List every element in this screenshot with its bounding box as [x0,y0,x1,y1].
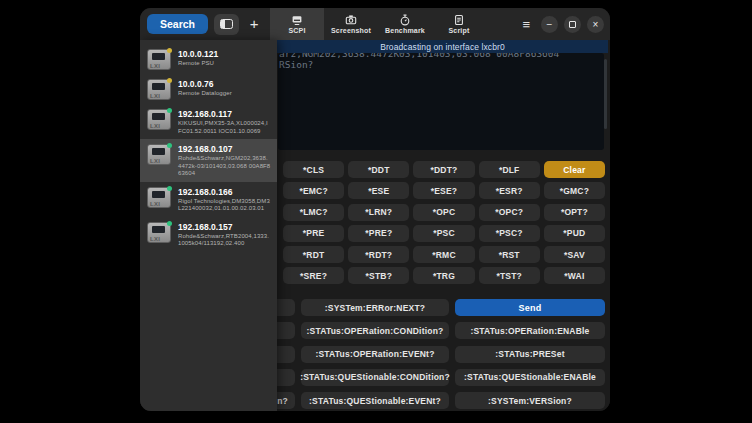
instrument-description: Rohde&Schwarz,RTB2004,1333.1005k04/11319… [178,233,271,248]
instrument-description: Rohde&Schwarz,NGM202,3638.4472k-03/10140… [178,155,271,178]
view-switcher: SCPI Screenshot [270,8,486,40]
status-led [167,143,172,148]
scpi-command-button[interactable]: *PRE [283,225,344,242]
instrument-list-item[interactable]: LXI 192.168.0.157 Rohde&Schwarz,RTB2004,… [140,217,277,252]
scpi-command-button[interactable]: *RDT [283,246,344,263]
scpi-command-button[interactable]: *STB? [348,267,409,284]
instrument-address: 10.0.0.76 [178,79,271,89]
tab-script[interactable]: Script [432,8,486,40]
scpi-command-button[interactable]: *OPC [413,204,474,221]
status-led [167,186,172,191]
send-button[interactable]: Send [455,299,605,316]
tab-benchmark[interactable]: Benchmark [378,8,432,40]
lxi-device-icon: LXI [147,49,171,70]
scpi-command-button[interactable]: *ESE? [413,182,474,199]
sidebar-toggle-button[interactable] [214,14,239,35]
scpi-command-grid: *CLS *DDT *DDT? *DLF Clear *EMC? *ESE *E… [283,161,605,284]
status-command-button[interactable]: :STATus:PRESet [455,346,605,363]
status-command-grid: :SYSTem:ERRor:NEXT? Send :STATus:OPERati… [240,299,605,409]
scpi-command-button[interactable]: *ESR? [479,182,540,199]
device-screen [152,113,165,120]
lxi-badge: LXI [150,123,160,129]
scpi-command-button[interactable]: *OPC? [479,204,540,221]
lxi-device-icon: LXI [147,187,171,208]
maximize-button[interactable] [564,16,581,33]
scpi-command-button[interactable]: *PUD [544,225,605,242]
scpi-response-view[interactable]: arz,NGM202,3638.4472K03,101403,03.068 00… [278,53,604,150]
broadcast-banner-text: Broadcasting on interface lxcbr0 [380,42,505,52]
add-instrument-button[interactable]: + [245,15,263,33]
scpi-command-button[interactable]: *RDT? [348,246,409,263]
instrument-list-item[interactable]: LXI 10.0.0.76 Remote Datalogger [140,74,277,104]
close-icon: × [593,16,599,33]
status-command-button[interactable]: :SYSTem:VERSion? [455,392,605,409]
instrument-list-item[interactable]: LXI 192.168.0.117 KIKUSUI,PMX35-3A,XL000… [140,104,277,139]
status-led [167,108,172,113]
header-right-group: ≡ − × [522,8,604,40]
scpi-command-button[interactable]: *PSC [413,225,474,242]
scpi-command-button[interactable]: *TRG [413,267,474,284]
lxi-badge: LXI [150,93,160,99]
console-scrollbar[interactable] [604,59,607,129]
status-led [167,78,172,83]
tab-screenshot[interactable]: Screenshot [324,8,378,40]
scpi-command-button[interactable]: *PRE? [348,225,409,242]
status-command-button[interactable]: :STATus:OPERation:EVENt? [301,346,449,363]
device-screen [152,191,165,198]
clear-button[interactable]: Clear [544,161,605,178]
scpi-command-button[interactable]: *DLF [479,161,540,178]
status-command-button[interactable]: :STATus:QUEStionable:ENABle [455,369,605,386]
device-screen [152,53,165,60]
response-line: RSion? [279,59,604,70]
status-command-button[interactable]: :STATus:QUEStionable:CONDition? [301,369,449,386]
minimize-button[interactable]: − [541,16,558,33]
scpi-command-button[interactable]: *GMC? [544,182,605,199]
scpi-command-button[interactable]: *WAI [544,267,605,284]
instrument-address: 10.0.0.121 [178,49,271,59]
lxi-device-icon: LXI [147,109,171,130]
split-view-icon [220,19,233,29]
instrument-address: 192.168.0.117 [178,109,271,119]
tab-scpi[interactable]: SCPI [270,8,324,40]
scpi-command-button[interactable]: *RST [479,246,540,263]
broadcast-banner: Broadcasting on interface lxcbr0 [277,40,608,53]
primary-menu-button[interactable]: ≡ [522,17,530,32]
scpi-command-button[interactable]: *TST? [479,267,540,284]
scpi-command-button[interactable]: *ESE [348,182,409,199]
tab-benchmark-label: Benchmark [385,27,425,34]
instrument-list-item[interactable]: LXI 192.168.0.166 Rigol Technologies,DM3… [140,182,277,217]
scpi-command-button[interactable]: *CLS [283,161,344,178]
scpi-command-button[interactable]: *EMC? [283,182,344,199]
scpi-command-button[interactable]: *LMC? [283,204,344,221]
scpi-command-button[interactable]: *OPT? [544,204,605,221]
search-button[interactable]: Search [147,14,208,34]
instrument-description: Rigol Technologies,DM3058,DM3L221400032,… [178,198,271,213]
close-button[interactable]: × [587,16,604,33]
scpi-command-button[interactable]: *SRE? [283,267,344,284]
lxi-device-icon: LXI [147,222,171,243]
scpi-command-button[interactable]: *DDT? [413,161,474,178]
instrument-list-item[interactable]: LXI 10.0.0.121 Remote PSU [140,44,277,74]
plus-icon: + [250,15,259,32]
lxi-badge: LXI [150,201,160,207]
scpi-command-button[interactable]: *SAV [544,246,605,263]
scpi-command-entry[interactable]: :SYSTem:ERRor:NEXT? [301,299,449,316]
status-command-button[interactable]: :STATus:OPERation:ENABle [455,322,605,339]
instrument-address: 192.168.0.107 [178,144,271,154]
lxi-badge: LXI [150,236,160,242]
tab-scpi-label: SCPI [288,27,305,34]
status-command-button[interactable]: :STATus:QUEStionable:EVENt? [301,392,449,409]
scpi-command-button[interactable]: *LRN? [348,204,409,221]
scpi-command-button[interactable]: *RMC [413,246,474,263]
scpi-command-button[interactable]: *PSC? [479,225,540,242]
lxi-device-icon: LXI [147,79,171,100]
scpi-command-button[interactable]: *DDT [348,161,409,178]
status-led [167,48,172,53]
terminal-icon [291,14,303,26]
stopwatch-icon [399,14,411,26]
lxi-device-icon: LXI [147,144,171,165]
desktop-background: Search + SCPI [0,0,752,423]
instrument-list-item-selected[interactable]: LXI 192.168.0.107 Rohde&Schwarz,NGM202,3… [140,139,277,182]
status-command-button[interactable]: :STATus:OPERation:CONDition? [301,322,449,339]
instrument-description: Remote PSU [178,60,271,68]
